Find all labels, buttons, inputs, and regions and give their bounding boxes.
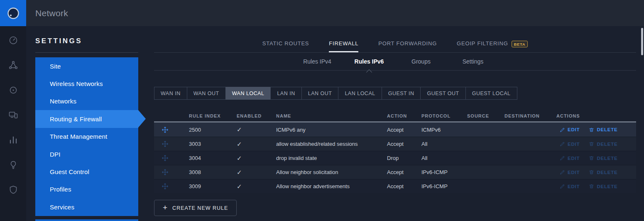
tab-port-forwarding[interactable]: PORT FORWARDING [378, 26, 437, 52]
edit-label: EDIT [568, 127, 580, 132]
edit-button[interactable]: EDIT [560, 155, 580, 161]
create-new-rule-label: CREATE NEW RULE [172, 205, 228, 211]
row-actions: EDITDELETE [556, 169, 636, 175]
edit-button[interactable]: EDIT [560, 184, 580, 189]
delete-button[interactable]: DELETE [589, 127, 617, 133]
row-actions: EDITDELETE [556, 155, 636, 161]
shield-icon[interactable] [8, 184, 19, 195]
ruleset-filter-lan-local[interactable]: LAN LOCAL [338, 87, 382, 100]
sidebar-item-label: Wireless Networks [50, 80, 103, 87]
table-body: 2500✓ICMPv6 anyAcceptICMPv6EDITDELETE300… [154, 123, 636, 193]
rule-action: Accept [387, 169, 421, 175]
sidebar-item-site[interactable]: Site [35, 57, 138, 75]
edit-button[interactable]: EDIT [560, 169, 580, 175]
column-header-action: ACTION [387, 113, 421, 118]
tab-static-routes[interactable]: STATIC ROUTES [262, 26, 309, 52]
radio-icon[interactable] [8, 85, 19, 96]
ruleset-filter-guest-local[interactable]: GUEST LOCAL [465, 87, 517, 100]
subtab-label: Rules IPv4 [303, 58, 331, 65]
sidebar-item-networks[interactable]: Networks [35, 93, 138, 110]
delete-label: DELETE [597, 142, 617, 147]
edit-label: EDIT [568, 184, 580, 189]
sidebar-item-label: Routing & Firewall [50, 115, 102, 123]
ruleset-filter-wan-out[interactable]: WAN OUT [187, 87, 226, 100]
sidebar-item-wireless-networks[interactable]: Wireless Networks [35, 75, 138, 92]
ruleset-filter-wan-local[interactable]: WAN LOCAL [225, 87, 271, 100]
sidebar-item-label: DPI [50, 151, 61, 158]
sidebar-item-label: Threat Management [50, 133, 107, 140]
sidebar-item-label: Guest Control [50, 168, 89, 175]
column-header-rule-index: RULE INDEX [189, 113, 237, 118]
tab-firewall[interactable]: FIREWALL [329, 26, 358, 52]
rule-action: Accept [387, 141, 421, 147]
rule-name: ICMPv6 any [276, 127, 387, 133]
rule-name: allow established/related sessions [276, 141, 387, 147]
drag-handle-icon[interactable] [154, 126, 189, 133]
subtab-settings[interactable]: Settings [447, 53, 499, 70]
tab-label: GEOIP FILTERING [457, 40, 508, 47]
ruleset-filter-guest-in[interactable]: GUEST IN [382, 87, 421, 100]
topology-icon[interactable] [8, 60, 19, 71]
delete-button[interactable]: DELETE [589, 169, 617, 175]
edit-label: EDIT [568, 142, 580, 147]
subtab-rules-ipv4[interactable]: Rules IPv4 [291, 53, 343, 70]
drag-handle-icon[interactable] [154, 155, 189, 162]
subtab-groups[interactable]: Groups [395, 53, 447, 70]
rule-name: drop invalid state [276, 155, 387, 161]
rule-protocol: ICMPv6 [421, 127, 467, 133]
subtab-label: Groups [411, 58, 431, 65]
page-title: Network [35, 8, 68, 18]
unifi-network-app: Network SETTINGS SiteWireless NetworksNe… [0, 0, 644, 221]
settings-menu: SiteWireless NetworksNetworksRouting & F… [35, 57, 138, 221]
icon-rail [0, 26, 26, 221]
delete-button[interactable]: DELETE [589, 141, 617, 147]
subtab-rules-ipv6[interactable]: Rules IPv6 [343, 53, 395, 70]
drag-handle-icon[interactable] [154, 183, 189, 190]
sidebar-item-services[interactable]: Services [35, 198, 138, 216]
rule-row: 3008✓Allow neighbor solicitationAcceptIP… [154, 165, 636, 179]
delete-label: DELETE [597, 170, 617, 175]
plus-icon: + [163, 203, 168, 212]
delete-button[interactable]: DELETE [589, 155, 617, 161]
ruleset-filter-wan-in[interactable]: WAN IN [154, 87, 187, 100]
devices-icon[interactable] [8, 110, 19, 120]
rule-row: 3004✓drop invalid stateDropAllEDITDELETE [154, 151, 636, 165]
edit-button[interactable]: EDIT [560, 127, 580, 133]
ruleset-filter-lan-in[interactable]: LAN IN [270, 87, 301, 100]
unifi-logo[interactable] [0, 0, 26, 26]
drag-handle-icon[interactable] [154, 169, 189, 176]
insights-icon[interactable] [8, 160, 19, 170]
sidebar-item-dpi[interactable]: DPI [35, 145, 138, 163]
scrollbar-thumb[interactable] [641, 28, 643, 55]
tab-geoip-filtering[interactable]: GEOIP FILTERINGBETA [457, 26, 528, 52]
drag-handle-icon[interactable] [154, 140, 189, 147]
statistics-icon[interactable] [8, 135, 19, 145]
sidebar-item-routing-firewall[interactable]: Routing & Firewall [35, 110, 138, 128]
rule-index: 3008 [189, 169, 237, 175]
sidebar-item-threat-management[interactable]: Threat Management [35, 128, 138, 145]
rule-protocol: IPv6-ICMP [421, 183, 467, 189]
create-new-rule-button[interactable]: + CREATE NEW RULE [154, 200, 237, 216]
row-actions: EDITDELETE [556, 127, 636, 133]
delete-label: DELETE [597, 127, 617, 132]
edit-label: EDIT [568, 156, 580, 161]
edit-button[interactable]: EDIT [560, 141, 580, 147]
rule-index: 3009 [189, 183, 237, 189]
beta-badge: BETA [512, 41, 528, 47]
column-header-destination: DESTINATION [504, 113, 556, 118]
rule-index: 3004 [189, 155, 237, 161]
column-header-enabled: ENABLED [237, 113, 276, 118]
sidebar-item-profiles[interactable]: Profiles [35, 181, 138, 198]
column-header-source: SOURCE [467, 113, 504, 118]
ruleset-filter-lan-out[interactable]: LAN OUT [301, 87, 339, 100]
settings-heading: SETTINGS [35, 37, 82, 45]
tab-label: FIREWALL [329, 40, 358, 47]
delete-button[interactable]: DELETE [589, 184, 617, 189]
ruleset-filter-guest-out[interactable]: GUEST OUT [420, 87, 465, 100]
rule-row: 3009✓Allow neighbor advertisementsAccept… [154, 179, 636, 193]
dashboard-icon[interactable] [8, 35, 19, 46]
edit-label: EDIT [568, 170, 580, 175]
row-actions: EDITDELETE [556, 184, 636, 189]
sidebar-item-label: Networks [50, 98, 76, 105]
sidebar-item-guest-control[interactable]: Guest Control [35, 163, 138, 180]
